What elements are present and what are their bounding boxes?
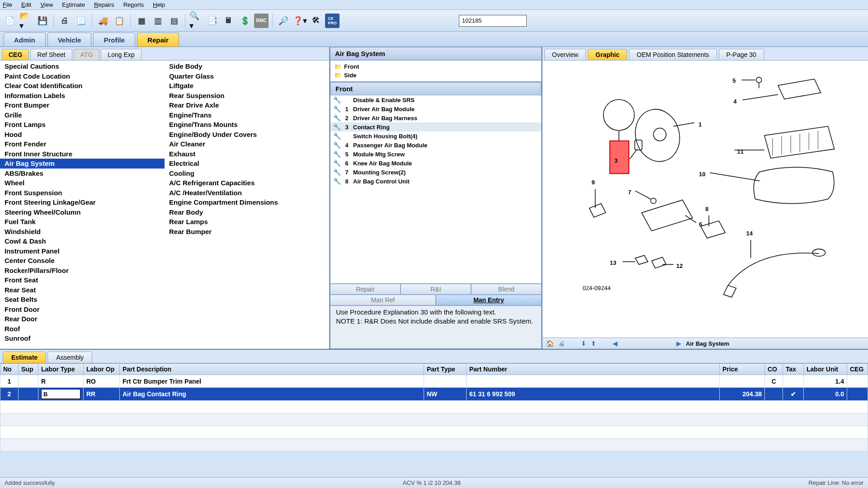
category-item[interactable]: Instrument Panel <box>0 246 165 256</box>
category-item[interactable]: Cowl & Dash <box>0 236 165 246</box>
btn-manentry[interactable]: Man Entry <box>436 295 542 305</box>
part-row[interactable]: 🔧5Module Mtg Screw <box>330 150 541 159</box>
col-sup[interactable]: Sup <box>19 364 38 375</box>
clipboard-icon[interactable]: 📋 <box>112 14 127 28</box>
category-item[interactable]: Steering Wheel/Column <box>0 207 165 217</box>
notes-panel[interactable]: Use Procedure Explanation 30 with the fo… <box>330 305 542 349</box>
down-icon[interactable]: ⬇ <box>581 340 586 347</box>
col-part-number[interactable]: Part Number <box>467 364 720 375</box>
part-row[interactable]: 🔧3Contact Ring <box>330 122 541 131</box>
category-item[interactable]: Rocker/Pillars/Floor <box>0 266 165 276</box>
part-row[interactable]: 🔧2Driver Air Bag Harness <box>330 113 541 122</box>
category-item[interactable]: Liftgate <box>165 81 329 91</box>
btn-repair[interactable]: Repair <box>330 284 401 295</box>
category-item[interactable]: Engine/Trans Mounts <box>165 120 329 130</box>
part-row[interactable]: 🔧8Air Bag Control Unit <box>330 177 541 186</box>
category-item[interactable]: Air Bag System <box>0 159 165 169</box>
category-item[interactable]: Fuel Tank <box>0 217 165 227</box>
category-item[interactable]: Rear Door <box>0 314 165 324</box>
tab-profile[interactable]: Profile <box>93 33 135 47</box>
document-icon[interactable]: 📃 <box>74 14 88 28</box>
col-no[interactable]: No <box>0 364 19 375</box>
grid1-icon[interactable]: ▦ <box>134 14 149 28</box>
category-item[interactable]: ABS/Brakes <box>0 169 165 178</box>
rtab-ppage[interactable]: P-Page 30 <box>719 49 764 60</box>
category-item[interactable]: Front Lamps <box>0 120 165 130</box>
menu-reports[interactable]: Reports <box>123 1 144 8</box>
category-item[interactable]: Front Steering Linkage/Gear <box>0 197 165 207</box>
btn-blend[interactable]: Blend <box>471 284 542 295</box>
category-item[interactable]: Quarter Glass <box>165 71 329 81</box>
menu-edit[interactable]: Edit <box>21 1 31 8</box>
tools-icon[interactable]: 🛠 <box>309 14 323 28</box>
col-part-type[interactable]: Part Type <box>424 364 467 375</box>
print-icon[interactable]: 🖨 <box>57 14 72 28</box>
part-row[interactable]: 🔧1Driver Air Bag Module <box>330 104 541 113</box>
col-labor-op[interactable]: Labor Op <box>84 364 120 375</box>
tab-repair[interactable]: Repair <box>137 33 179 47</box>
subtab-refsheet[interactable]: Ref Sheet <box>30 49 72 60</box>
menu-repairs[interactable]: Repairs <box>94 1 114 8</box>
labor-type-input[interactable] <box>41 389 80 399</box>
category-item[interactable]: Wheel <box>0 178 165 188</box>
grid3-icon[interactable]: ▤ <box>167 14 181 28</box>
table-row[interactable]: 2RRAir Bag Contact RingNW61 31 6 992 509… <box>0 388 868 401</box>
subtab-ceg[interactable]: CEG <box>2 49 29 60</box>
category-item[interactable]: Information Labels <box>0 91 165 101</box>
menu-help[interactable]: Help <box>153 1 165 8</box>
col-price[interactable]: Price <box>720 364 765 375</box>
vehicle-icon[interactable]: 🚚 <box>96 14 110 28</box>
category-item[interactable]: Engine/Trans <box>165 110 329 120</box>
category-item[interactable]: Electrical <box>165 159 329 169</box>
table-row[interactable]: 1RROFrt Ctr Bumper Trim PanelC1.4 <box>0 375 868 388</box>
category-item[interactable]: Grille <box>0 110 165 120</box>
save-icon[interactable]: 💾 <box>35 14 50 28</box>
btab-assembly[interactable]: Assembly <box>47 352 92 363</box>
open-icon[interactable]: 📂▾ <box>19 14 33 28</box>
parts-diagram[interactable]: 5 4 1 2 3 <box>542 61 868 338</box>
col-labor-unit[interactable]: Labor Unit <box>804 364 847 375</box>
category-item[interactable]: Special Cautions <box>0 61 165 71</box>
btn-ri[interactable]: R&I <box>401 284 471 295</box>
category-item[interactable]: Sunroof <box>0 333 165 343</box>
up-icon[interactable]: ⬆ <box>591 340 596 347</box>
part-row[interactable]: 🔧Disable & Enable SRS <box>330 95 541 104</box>
category-item[interactable]: Rear Lamps <box>165 217 329 227</box>
search-icon[interactable]: 🔍▾ <box>189 14 203 28</box>
category-item[interactable]: Rear Suspension <box>165 91 329 101</box>
btab-estimate[interactable]: Estimate <box>3 352 46 363</box>
col-tax[interactable]: Tax <box>783 364 804 375</box>
category-item[interactable]: Front Inner Structure <box>0 149 165 159</box>
col-labor-type[interactable]: Labor Type <box>38 364 84 375</box>
category-item[interactable]: Front Suspension <box>0 188 165 198</box>
tree-item[interactable]: 📁Side <box>332 71 539 80</box>
category-item[interactable]: Cooling <box>165 169 329 178</box>
money-icon[interactable]: 💲 <box>238 14 252 28</box>
category-item[interactable]: Windshield <box>0 227 165 237</box>
part-list[interactable]: Front 🔧Disable & Enable SRS🔧1Driver Air … <box>330 82 542 284</box>
help-icon[interactable]: ❓▾ <box>292 14 307 28</box>
category-item[interactable]: Paint Code Location <box>0 71 165 81</box>
category-item[interactable]: Rear Seat <box>0 285 165 295</box>
category-item[interactable]: Exhaust <box>165 149 329 159</box>
part-row[interactable]: 🔧Switch Housing Bolt(4) <box>330 131 541 141</box>
category-item[interactable]: Hood <box>0 130 165 140</box>
new-icon[interactable]: 📄 <box>3 14 17 28</box>
tab-vehicle[interactable]: Vehicle <box>47 33 92 47</box>
part-row[interactable]: 🔧4Passenger Air Bag Module <box>330 141 541 150</box>
preview-icon[interactable]: 🔎 <box>276 14 291 28</box>
category-item[interactable]: Engine/Body Under Covers <box>165 130 329 140</box>
rmc-icon[interactable]: RMC <box>254 14 269 28</box>
tab-admin[interactable]: Admin <box>4 33 46 47</box>
cepro-icon[interactable]: CEPRO <box>325 14 340 28</box>
print-diagram-icon[interactable]: 🖨 <box>558 340 565 347</box>
category-item[interactable]: Side Body <box>165 61 329 71</box>
rtab-oem[interactable]: OEM Position Statements <box>629 49 717 60</box>
rtab-overview[interactable]: Overview <box>544 49 586 60</box>
category-item[interactable]: A/C /Heater/Ventilation <box>165 188 329 198</box>
col-co[interactable]: CO <box>765 364 783 375</box>
category-item[interactable]: A/C Refrigerant Capacities <box>165 178 329 188</box>
part-row[interactable]: 🔧6Knee Air Bag Module <box>330 159 541 168</box>
calc-icon[interactable]: 🖩 <box>222 14 236 28</box>
tree-item[interactable]: 📁Front <box>332 62 539 71</box>
